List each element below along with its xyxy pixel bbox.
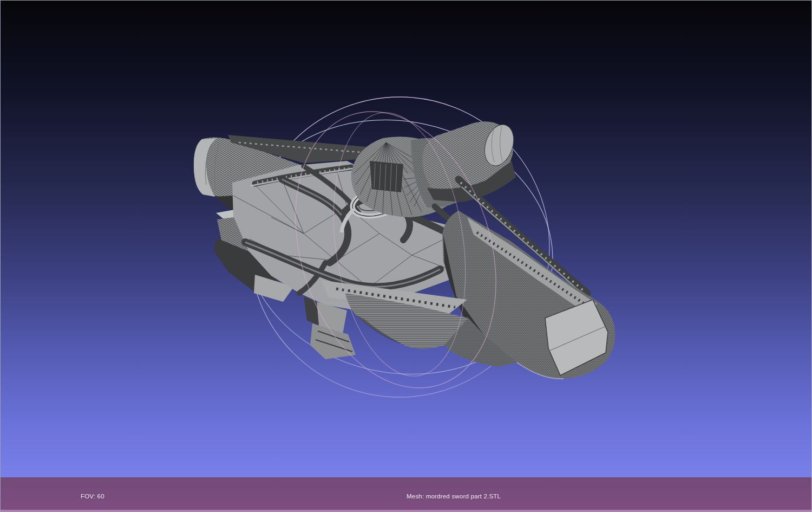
mesh-viewer-window: FOV: 60 FPS: 84.0 BO_RENDERING Mesh: mor… bbox=[0, 0, 812, 512]
hud-render-stats: FOV: 60 FPS: 84.0 BO_RENDERING bbox=[81, 479, 132, 512]
status-bar: FOV: 60 FPS: 84.0 BO_RENDERING Mesh: mor… bbox=[1, 477, 812, 512]
mesh-name-readout: Mesh: mordred sword part 2.STL bbox=[407, 493, 501, 500]
fov-readout: FOV: 60 bbox=[81, 493, 132, 500]
mesh-wireframe-model bbox=[194, 121, 615, 379]
render-canvas bbox=[1, 1, 812, 478]
3d-viewport[interactable] bbox=[1, 1, 812, 478]
hud-mesh-stats: Mesh: mordred sword part 2.STL Vertices:… bbox=[407, 479, 501, 512]
